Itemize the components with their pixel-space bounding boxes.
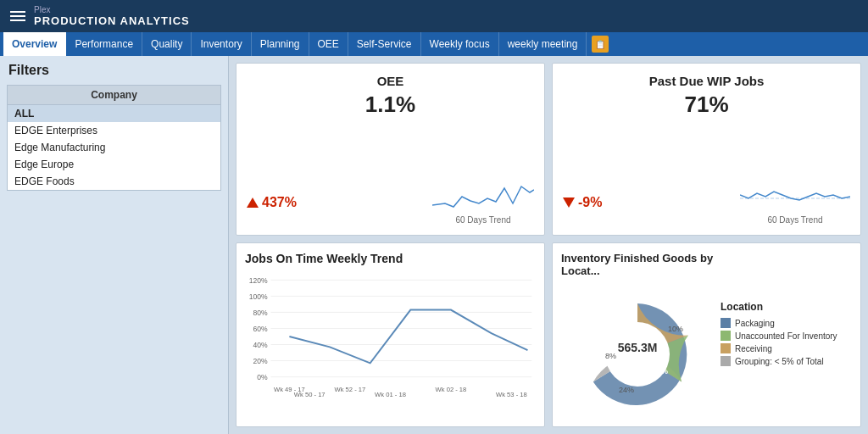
jobs-trend-title: Jobs On Time Weekly Trend bbox=[245, 252, 536, 265]
tab-inventory[interactable]: Inventory bbox=[192, 32, 251, 56]
svg-text:40%: 40% bbox=[253, 341, 269, 349]
jobs-trend-card: Jobs On Time Weekly Trend 120% 100% 80% … bbox=[236, 242, 545, 427]
wip-trend-label: 60 Days Trend bbox=[767, 215, 822, 225]
company-edge-enterprises[interactable]: EDGE Enterprises bbox=[8, 122, 220, 139]
svg-text:0%: 0% bbox=[257, 373, 268, 381]
company-edge-foods[interactable]: EDGE Foods bbox=[8, 173, 220, 190]
legend-packaging-label: Packaging bbox=[735, 319, 775, 328]
legend-receiving-label: Receiving bbox=[735, 344, 772, 353]
svg-text:100%: 100% bbox=[249, 292, 268, 301]
bookmark-icon[interactable]: 📋 bbox=[592, 36, 609, 53]
legend-unaccounted-label: Unaccounted For Inventory bbox=[735, 331, 837, 341]
tab-self-service[interactable]: Self-Service bbox=[348, 32, 421, 56]
jobs-trend-chart: 120% 100% 80% 60% 40% 20% 0% bbox=[245, 269, 536, 404]
oee-trend-label: 60 Days Trend bbox=[455, 215, 510, 225]
tab-overview[interactable]: Overview bbox=[3, 32, 66, 56]
filters-title: Filters bbox=[7, 63, 221, 78]
legend-title: Location bbox=[721, 301, 852, 313]
company-filter-table: Company ALL EDGE Enterprises Edge Manufa… bbox=[7, 85, 221, 191]
oee-value: 1.1% bbox=[247, 92, 534, 118]
tab-weekly-meeting[interactable]: weekly meeting bbox=[499, 32, 587, 56]
company-edge-europe[interactable]: Edge Europe bbox=[8, 156, 220, 173]
svg-text:20%: 20% bbox=[253, 357, 269, 365]
menu-icon[interactable] bbox=[10, 11, 25, 21]
legend-grouping-label: Grouping: < 5% of Total bbox=[735, 357, 824, 366]
tab-planning[interactable]: Planning bbox=[252, 32, 309, 56]
svg-text:24%: 24% bbox=[619, 386, 634, 394]
legend-packaging-color bbox=[721, 318, 731, 328]
svg-text:Wk 52 - 17: Wk 52 - 17 bbox=[334, 386, 365, 393]
donut-legend: Location Packaging Unaccounted For Inven… bbox=[714, 301, 852, 369]
legend-packaging: Packaging bbox=[721, 318, 852, 328]
main-area: Filters Company ALL EDGE Enterprises Edg… bbox=[0, 56, 868, 434]
company-header: Company bbox=[8, 86, 220, 105]
oee-title: OEE bbox=[247, 74, 534, 88]
tab-quality[interactable]: Quality bbox=[142, 32, 192, 56]
wip-value: 71% bbox=[563, 92, 850, 118]
nav-tabs: Overview Performance Quality Inventory P… bbox=[0, 32, 868, 56]
legend-unaccounted-color bbox=[721, 331, 731, 341]
donut-chart-area: Inventory Finished Goods by Locat... bbox=[561, 252, 714, 418]
tab-weekly-focus[interactable]: Weekly focus bbox=[421, 32, 499, 56]
content-grid: OEE 1.1% 437% 60 Days Trend Past Due WIP… bbox=[229, 56, 868, 434]
sidebar: Filters Company ALL EDGE Enterprises Edg… bbox=[0, 56, 229, 434]
legend-unaccounted: Unaccounted For Inventory bbox=[721, 331, 852, 341]
svg-text:Wk 01 - 18: Wk 01 - 18 bbox=[375, 391, 406, 398]
trend-up-icon bbox=[247, 198, 259, 208]
svg-text:Wk 02 - 18: Wk 02 - 18 bbox=[436, 386, 467, 393]
oee-trend-chart: 60 Days Trend bbox=[432, 180, 534, 225]
donut-svg: 565.3M 59% 24% 8% 10% bbox=[561, 282, 714, 418]
legend-receiving-color bbox=[721, 343, 731, 353]
wip-title: Past Due WIP Jobs bbox=[563, 74, 850, 88]
app-header: Plex PRODUCTION ANALYTICS bbox=[0, 0, 868, 32]
wip-trend-chart: 60 Days Trend bbox=[740, 180, 850, 225]
inventory-card: Inventory Finished Goods by Locat... bbox=[552, 242, 861, 427]
tab-oee[interactable]: OEE bbox=[309, 32, 348, 56]
plex-label: Plex bbox=[34, 5, 190, 14]
company-edge-manufacturing[interactable]: Edge Manufacturing bbox=[8, 139, 220, 156]
wip-card: Past Due WIP Jobs 71% -9% 60 Days Trend bbox=[552, 63, 861, 236]
svg-text:59%: 59% bbox=[653, 367, 668, 376]
app-title: PRODUCTION ANALYTICS bbox=[34, 14, 190, 27]
oee-trend-value: 437% bbox=[247, 195, 297, 210]
svg-text:120%: 120% bbox=[249, 276, 268, 285]
oee-card: OEE 1.1% 437% 60 Days Trend bbox=[236, 63, 545, 236]
legend-receiving: Receiving bbox=[721, 343, 852, 353]
svg-text:Wk 53 - 18: Wk 53 - 18 bbox=[496, 391, 527, 398]
tab-performance[interactable]: Performance bbox=[66, 32, 142, 56]
svg-text:10%: 10% bbox=[668, 325, 683, 333]
legend-grouping-color bbox=[721, 356, 731, 366]
legend-grouping: Grouping: < 5% of Total bbox=[721, 356, 852, 366]
svg-text:8%: 8% bbox=[605, 352, 616, 360]
svg-text:565.3M: 565.3M bbox=[618, 341, 658, 354]
trend-down-icon bbox=[563, 198, 575, 208]
wip-trend-value: -9% bbox=[563, 195, 602, 210]
svg-text:Wk 50 - 17: Wk 50 - 17 bbox=[294, 391, 326, 398]
inventory-title: Inventory Finished Goods by Locat... bbox=[561, 252, 714, 277]
company-all[interactable]: ALL bbox=[8, 105, 220, 122]
svg-text:80%: 80% bbox=[253, 309, 269, 317]
svg-text:60%: 60% bbox=[253, 325, 269, 333]
